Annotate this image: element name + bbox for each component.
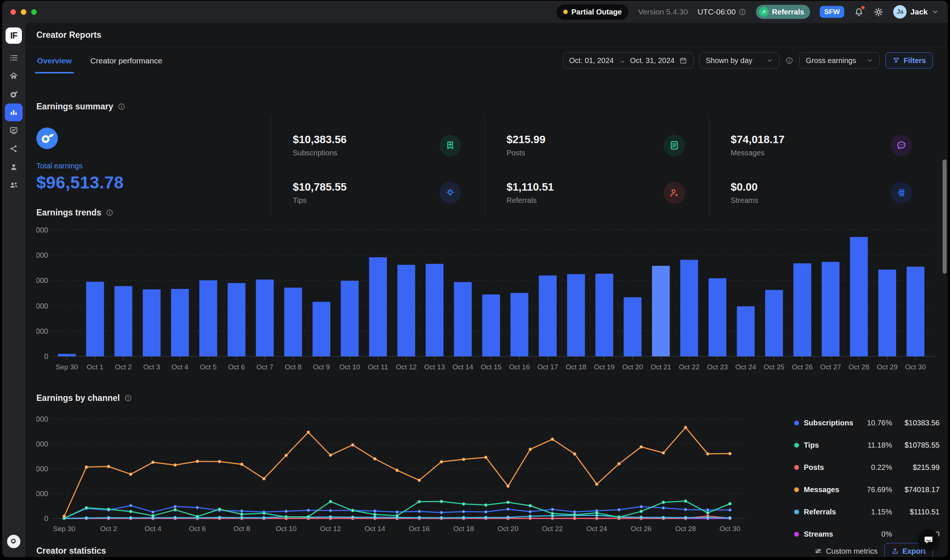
close-window-button[interactable]: [11, 9, 16, 15]
legend-row-referrals[interactable]: Referrals1.15%$1110.51: [794, 501, 939, 523]
list-icon: [9, 53, 19, 63]
app-logo[interactable]: IF: [6, 28, 22, 44]
bar-Oct 5[interactable]: [199, 280, 217, 356]
bar-Oct 9[interactable]: [313, 302, 330, 356]
bar-Oct 17[interactable]: [539, 275, 557, 356]
svg-text:Oct 14: Oct 14: [364, 525, 385, 532]
titlebar: Partial Outage Version 5.4.30 UTC-06:00 …: [2, 1, 948, 23]
svg-text:Oct 26: Oct 26: [792, 363, 813, 371]
bar-Oct 16[interactable]: [510, 293, 529, 356]
sidebar-bottom-badge-icon[interactable]: [7, 535, 20, 548]
svg-text:Oct 7: Oct 7: [256, 363, 273, 371]
bar-Oct 28[interactable]: [850, 237, 868, 356]
metric-value: $74,018.17: [731, 134, 785, 146]
bar-Oct 6[interactable]: [227, 283, 245, 356]
earnings-summary-heading: Earnings summary: [36, 102, 125, 112]
nav-team[interactable]: [5, 176, 23, 194]
status-badge[interactable]: Partial Outage: [557, 5, 629, 20]
bar-Oct 7[interactable]: [256, 280, 274, 356]
legend-row-subscriptions[interactable]: Subscriptions10.76%$10383.56: [794, 412, 939, 434]
referrals-button[interactable]: Referrals: [756, 5, 810, 19]
legend-row-messages[interactable]: Messages76.69%$74018.17: [794, 478, 939, 501]
svg-text:Oct 4: Oct 4: [171, 363, 188, 371]
legend-row-posts[interactable]: Posts0.22%$215.99: [794, 456, 939, 478]
bar-Oct 4[interactable]: [171, 289, 189, 356]
minimize-window-button[interactable]: [21, 9, 26, 15]
nav-insights[interactable]: [5, 122, 23, 140]
filters-button[interactable]: Filters: [885, 52, 933, 69]
nav-reports[interactable]: [5, 103, 23, 121]
bar-Oct 26[interactable]: [793, 263, 811, 356]
bar-Oct 27[interactable]: [822, 262, 839, 356]
svg-text:Oct 16: Oct 16: [409, 525, 430, 532]
bar-Oct 24[interactable]: [737, 306, 755, 356]
chevron-down-icon: [867, 57, 873, 64]
metric-value: $1,110.51: [507, 181, 554, 193]
vertical-scrollbar[interactable]: [942, 160, 947, 274]
bar-Oct 18[interactable]: [567, 274, 585, 356]
svg-text:Oct 1: Oct 1: [87, 363, 103, 371]
bar-Oct 15[interactable]: [483, 294, 500, 356]
svg-text:Oct 5: Oct 5: [200, 363, 216, 371]
bar-Oct 8[interactable]: [284, 288, 302, 356]
svg-text:Oct 10: Oct 10: [339, 363, 360, 371]
svg-text:Oct 28: Oct 28: [849, 363, 870, 371]
bar-Oct 11[interactable]: [369, 257, 387, 356]
timezone[interactable]: UTC-06:00: [698, 8, 746, 16]
bar-Sep 30[interactable]: [58, 354, 76, 356]
info-icon[interactable]: [118, 103, 125, 111]
bar-Oct 19[interactable]: [595, 274, 613, 356]
nav-onlyfans[interactable]: [5, 85, 23, 103]
bar-Oct 23[interactable]: [708, 278, 726, 356]
bar-Oct 14[interactable]: [454, 282, 472, 356]
custom-metrics-button[interactable]: Custom metrics: [814, 547, 878, 555]
legend-row-streams[interactable]: Streams0%$0: [794, 523, 939, 545]
notification-dot: [861, 6, 865, 9]
channel-legend: Subscriptions10.76%$10383.56Tips11.18%$1…: [794, 412, 939, 545]
legend-name: Posts: [804, 463, 855, 472]
earnings-by-channel-chart[interactable]: 4,0003,0002,0001,0000Sep 30Oct 2Oct 4Oct…: [36, 408, 779, 546]
bar-Oct 12[interactable]: [398, 265, 415, 356]
group-by-select[interactable]: Shown by day: [700, 52, 780, 69]
info-icon[interactable]: [785, 56, 793, 65]
info-icon[interactable]: [106, 209, 114, 217]
svg-text:Oct 24: Oct 24: [736, 363, 756, 371]
bar-Oct 13[interactable]: [426, 264, 443, 356]
bar-Oct 22[interactable]: [680, 260, 698, 356]
sfw-badge[interactable]: SFW: [820, 6, 844, 18]
bar-Oct 10[interactable]: [341, 281, 358, 356]
nav-home[interactable]: [5, 67, 23, 85]
svg-text:Oct 20: Oct 20: [622, 363, 643, 371]
info-icon[interactable]: [124, 394, 132, 402]
notifications-bell-icon[interactable]: [854, 7, 864, 17]
nav-account[interactable]: [5, 158, 23, 176]
settings-gear-icon[interactable]: [874, 7, 884, 17]
metric-select[interactable]: Gross earnings: [799, 52, 879, 69]
chat-launcher-button[interactable]: [918, 529, 939, 550]
date-range-picker[interactable]: Oct. 01, 2024 → Oct. 31, 2024: [563, 52, 694, 69]
earnings-trends-chart[interactable]: 5,0004,0003,0002,0001,0000Sep 30Oct 1Oct…: [36, 221, 942, 378]
bookmark-plus-icon: [440, 135, 461, 156]
zoom-window-button[interactable]: [31, 9, 37, 15]
bar-Oct 30[interactable]: [907, 267, 924, 356]
bar-Oct 20[interactable]: [624, 297, 642, 356]
bar-Oct 25[interactable]: [765, 290, 783, 356]
earnings-summary-title: Earnings summary: [36, 102, 113, 112]
bar-Oct 21[interactable]: [652, 266, 670, 356]
svg-text:3,000: 3,000: [36, 440, 48, 448]
nav-share[interactable]: [5, 140, 23, 158]
svg-text:Oct 3: Oct 3: [143, 363, 160, 371]
legend-row-tips[interactable]: Tips11.18%$10785.55: [794, 434, 939, 456]
tab-creator-performance[interactable]: Creator performance: [89, 48, 163, 74]
bar-Oct 3[interactable]: [143, 289, 161, 356]
bar-Oct 29[interactable]: [878, 269, 896, 356]
tab-overview[interactable]: Overview: [36, 48, 72, 74]
nav-list[interactable]: [5, 49, 23, 67]
bar-Oct 2[interactable]: [114, 286, 132, 356]
custom-metrics-label: Custom metrics: [826, 547, 878, 555]
legend-percent: 10.76%: [855, 419, 892, 427]
legend-name: Messages: [804, 485, 855, 494]
bar-Oct 1[interactable]: [86, 282, 104, 356]
metric-streams: $0.00Streams: [731, 169, 912, 217]
user-menu[interactable]: Ja Jack: [893, 5, 939, 18]
